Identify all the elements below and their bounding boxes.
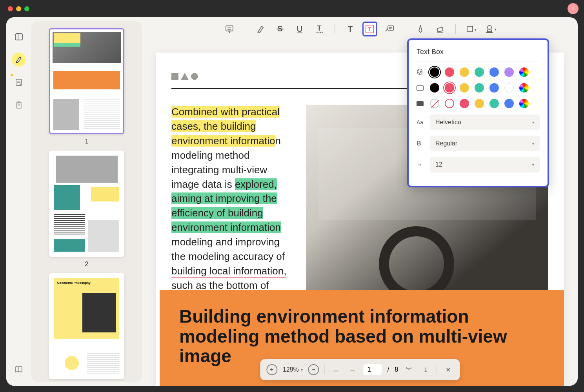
next-page-button[interactable]: ︾ bbox=[404, 364, 415, 375]
fill-none[interactable] bbox=[430, 99, 439, 108]
text-color-red[interactable] bbox=[445, 67, 454, 77]
text-color-yellow[interactable] bbox=[460, 67, 469, 77]
thumbnail-label: 2 bbox=[49, 261, 124, 268]
highlighter-mode-icon[interactable] bbox=[12, 53, 26, 67]
eraser-tool-icon[interactable] bbox=[433, 22, 448, 36]
fill-color-row bbox=[417, 99, 540, 108]
article-title: Building environment information modelin… bbox=[179, 307, 544, 366]
first-page-button[interactable]: ︽ bbox=[331, 364, 342, 375]
border-color-teal[interactable] bbox=[475, 83, 484, 93]
text-color-black[interactable] bbox=[430, 67, 439, 77]
textbox-properties-popup: Text Box bbox=[407, 38, 549, 187]
header-shapes-icon bbox=[171, 73, 198, 80]
svg-point-24 bbox=[488, 25, 491, 29]
window-controls bbox=[8, 6, 29, 11]
text-tool-icon[interactable]: T bbox=[343, 22, 358, 36]
highlighter-tool-icon[interactable] bbox=[253, 22, 268, 36]
border-color-custom[interactable] bbox=[519, 83, 529, 93]
thumbnail-label: 1 bbox=[49, 138, 124, 145]
highlight-yellow[interactable]: Combined with practical cases, the build… bbox=[171, 106, 280, 147]
notes-mode-icon[interactable] bbox=[12, 75, 26, 89]
textbox-tool-icon[interactable]: T bbox=[362, 22, 377, 36]
close-window-button[interactable] bbox=[8, 6, 13, 11]
prev-page-button[interactable]: ︿ bbox=[347, 364, 358, 375]
font-size-icon: TT bbox=[417, 162, 424, 167]
svg-rect-20 bbox=[437, 27, 443, 32]
font-weight-select[interactable]: Regular▾ bbox=[430, 136, 540, 151]
font-size-row: TT 12▾ bbox=[417, 157, 540, 172]
clipboard-mode-icon[interactable] bbox=[12, 98, 26, 112]
page-thumbnail-2[interactable]: 2 bbox=[49, 151, 124, 267]
fill-color-red-outline[interactable] bbox=[445, 99, 454, 108]
svg-text:▾: ▾ bbox=[475, 28, 476, 32]
fill-color-blue[interactable] bbox=[504, 99, 514, 108]
palette-icon bbox=[417, 68, 424, 76]
font-family-row: Aa Helvetica▾ bbox=[417, 114, 540, 130]
zoom-out-button[interactable]: − bbox=[308, 364, 319, 375]
font-weight-row: B Regular▾ bbox=[417, 136, 540, 151]
squiggly-tool-icon[interactable]: T bbox=[312, 22, 327, 36]
fill-color-custom[interactable] bbox=[519, 99, 529, 108]
fill-icon bbox=[417, 101, 424, 106]
svg-rect-0 bbox=[15, 34, 22, 40]
border-color-row bbox=[417, 83, 540, 93]
text-color-blue[interactable] bbox=[489, 67, 499, 77]
minimize-window-button[interactable] bbox=[16, 6, 21, 11]
bold-icon: B bbox=[417, 140, 424, 147]
svg-text:T: T bbox=[347, 25, 352, 33]
annotation-toolbar: S T T T ▾ ▾ bbox=[142, 17, 578, 41]
total-pages: 8 bbox=[395, 366, 398, 373]
shape-tool-icon[interactable]: ▾ bbox=[464, 22, 478, 36]
pen-tool-icon[interactable] bbox=[413, 22, 428, 36]
close-bar-button[interactable]: ✕ bbox=[442, 364, 453, 375]
page-separator: / bbox=[388, 366, 389, 373]
chevron-down-icon: ▾ bbox=[532, 120, 534, 125]
underline-tool-icon[interactable] bbox=[292, 22, 307, 36]
text-color-purple[interactable] bbox=[504, 67, 514, 77]
sidebar-toggle-icon[interactable] bbox=[12, 30, 26, 44]
text-color-custom[interactable] bbox=[519, 67, 529, 77]
callout-tool-icon[interactable] bbox=[382, 22, 397, 36]
svg-rect-2 bbox=[16, 79, 22, 85]
font-size-select[interactable]: 12▾ bbox=[430, 157, 540, 172]
font-family-select[interactable]: Helvetica▾ bbox=[430, 114, 540, 130]
chevron-down-icon: ▾ bbox=[532, 142, 534, 146]
maximize-window-button[interactable] bbox=[24, 6, 29, 11]
popup-title: Text Box bbox=[417, 48, 540, 62]
left-rail bbox=[6, 17, 31, 386]
zoom-navigation-bar: + 129%▾ − ︽ ︿ 1 / 8 ︾ ⤓ ✕ bbox=[260, 359, 460, 380]
user-avatar[interactable]: T bbox=[568, 3, 579, 14]
titlebar: T bbox=[0, 0, 584, 17]
svg-text:T: T bbox=[317, 25, 321, 32]
page-thumbnail-1[interactable]: 1 bbox=[49, 28, 124, 145]
zoom-in-button[interactable]: + bbox=[266, 364, 277, 375]
current-page-input[interactable]: 1 bbox=[364, 364, 382, 375]
svg-text:▾: ▾ bbox=[495, 27, 496, 31]
border-color-red[interactable] bbox=[445, 83, 454, 93]
svg-rect-9 bbox=[226, 26, 233, 31]
zoom-level-dropdown[interactable]: 129%▾ bbox=[283, 366, 303, 373]
svg-point-27 bbox=[418, 70, 419, 71]
border-color-black[interactable] bbox=[430, 83, 439, 93]
fill-color-red[interactable] bbox=[460, 99, 469, 108]
strikethrough-tool-icon[interactable]: S bbox=[273, 22, 287, 36]
fill-color-yellow[interactable] bbox=[475, 99, 484, 108]
chevron-down-icon: ▾ bbox=[532, 163, 534, 167]
page-thumbnail-3[interactable]: Geometric Philosophy bbox=[49, 273, 124, 379]
fill-color-teal[interactable] bbox=[489, 99, 499, 108]
stamp-tool-icon[interactable]: ▾ bbox=[483, 22, 498, 36]
border-color-yellow[interactable] bbox=[460, 83, 469, 93]
main-area: S T T T ▾ ▾ 12 Combined with practical c… bbox=[142, 17, 578, 386]
border-color-blue[interactable] bbox=[489, 83, 499, 93]
book-view-icon[interactable] bbox=[12, 362, 26, 376]
app-window: 1 2 Geometric Philosophy S T T T ▾ ▾ bbox=[6, 17, 578, 386]
border-color-white[interactable] bbox=[504, 83, 514, 93]
font-icon: Aa bbox=[417, 119, 424, 125]
svg-rect-22 bbox=[467, 26, 473, 32]
svg-point-29 bbox=[419, 73, 420, 73]
comment-tool-icon[interactable] bbox=[222, 22, 237, 36]
svg-rect-17 bbox=[388, 26, 393, 30]
last-page-button[interactable]: ⤓ bbox=[420, 364, 431, 375]
text-color-row bbox=[417, 67, 540, 77]
text-color-teal[interactable] bbox=[475, 67, 484, 77]
